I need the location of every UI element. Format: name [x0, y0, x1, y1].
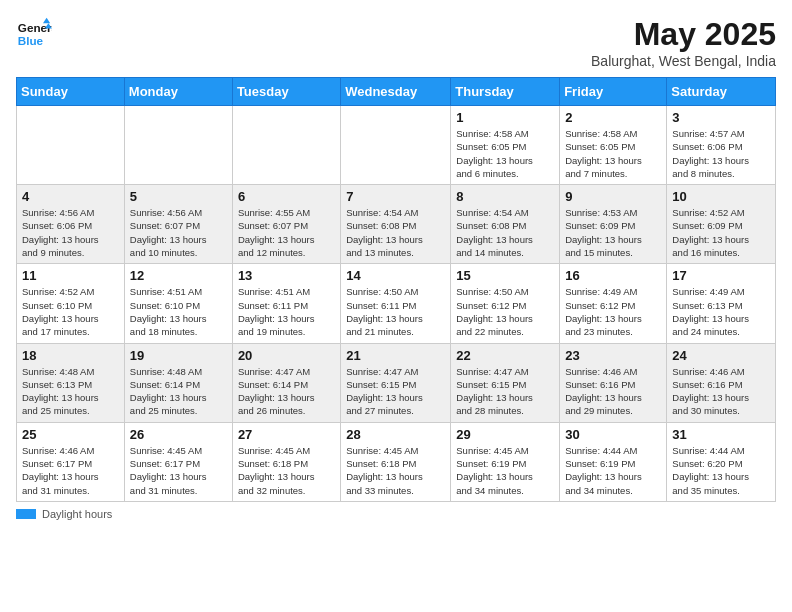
- month-title: May 2025: [591, 16, 776, 53]
- day-number: 26: [130, 427, 227, 442]
- calendar-header-saturday: Saturday: [667, 78, 776, 106]
- day-number: 4: [22, 189, 119, 204]
- day-number: 18: [22, 348, 119, 363]
- calendar-cell: 4Sunrise: 4:56 AM Sunset: 6:06 PM Daylig…: [17, 185, 125, 264]
- day-number: 8: [456, 189, 554, 204]
- calendar-cell: 23Sunrise: 4:46 AM Sunset: 6:16 PM Dayli…: [560, 343, 667, 422]
- calendar-table: SundayMondayTuesdayWednesdayThursdayFrid…: [16, 77, 776, 502]
- day-info: Sunrise: 4:53 AM Sunset: 6:09 PM Dayligh…: [565, 206, 661, 259]
- calendar-cell: 8Sunrise: 4:54 AM Sunset: 6:08 PM Daylig…: [451, 185, 560, 264]
- day-number: 16: [565, 268, 661, 283]
- calendar-cell: 17Sunrise: 4:49 AM Sunset: 6:13 PM Dayli…: [667, 264, 776, 343]
- day-number: 5: [130, 189, 227, 204]
- day-number: 25: [22, 427, 119, 442]
- calendar-cell: 30Sunrise: 4:44 AM Sunset: 6:19 PM Dayli…: [560, 422, 667, 501]
- calendar-cell: 28Sunrise: 4:45 AM Sunset: 6:18 PM Dayli…: [341, 422, 451, 501]
- day-number: 27: [238, 427, 335, 442]
- day-number: 7: [346, 189, 445, 204]
- calendar-cell: [341, 106, 451, 185]
- day-info: Sunrise: 4:48 AM Sunset: 6:14 PM Dayligh…: [130, 365, 227, 418]
- day-number: 14: [346, 268, 445, 283]
- day-number: 1: [456, 110, 554, 125]
- calendar-cell: 19Sunrise: 4:48 AM Sunset: 6:14 PM Dayli…: [124, 343, 232, 422]
- calendar-cell: 2Sunrise: 4:58 AM Sunset: 6:05 PM Daylig…: [560, 106, 667, 185]
- calendar-header-friday: Friday: [560, 78, 667, 106]
- calendar-week-3: 11Sunrise: 4:52 AM Sunset: 6:10 PM Dayli…: [17, 264, 776, 343]
- day-info: Sunrise: 4:58 AM Sunset: 6:05 PM Dayligh…: [456, 127, 554, 180]
- calendar-cell: 9Sunrise: 4:53 AM Sunset: 6:09 PM Daylig…: [560, 185, 667, 264]
- calendar-cell: 3Sunrise: 4:57 AM Sunset: 6:06 PM Daylig…: [667, 106, 776, 185]
- day-info: Sunrise: 4:46 AM Sunset: 6:16 PM Dayligh…: [672, 365, 770, 418]
- title-block: May 2025 Balurghat, West Bengal, India: [591, 16, 776, 69]
- location: Balurghat, West Bengal, India: [591, 53, 776, 69]
- calendar-cell: 15Sunrise: 4:50 AM Sunset: 6:12 PM Dayli…: [451, 264, 560, 343]
- day-info: Sunrise: 4:44 AM Sunset: 6:20 PM Dayligh…: [672, 444, 770, 497]
- day-info: Sunrise: 4:57 AM Sunset: 6:06 PM Dayligh…: [672, 127, 770, 180]
- calendar-header-sunday: Sunday: [17, 78, 125, 106]
- logo-icon: General Blue: [16, 16, 52, 52]
- day-info: Sunrise: 4:46 AM Sunset: 6:16 PM Dayligh…: [565, 365, 661, 418]
- calendar-cell: 31Sunrise: 4:44 AM Sunset: 6:20 PM Dayli…: [667, 422, 776, 501]
- calendar-header-row: SundayMondayTuesdayWednesdayThursdayFrid…: [17, 78, 776, 106]
- day-info: Sunrise: 4:44 AM Sunset: 6:19 PM Dayligh…: [565, 444, 661, 497]
- day-number: 21: [346, 348, 445, 363]
- calendar-cell: 5Sunrise: 4:56 AM Sunset: 6:07 PM Daylig…: [124, 185, 232, 264]
- day-info: Sunrise: 4:55 AM Sunset: 6:07 PM Dayligh…: [238, 206, 335, 259]
- calendar-cell: [17, 106, 125, 185]
- day-info: Sunrise: 4:45 AM Sunset: 6:18 PM Dayligh…: [238, 444, 335, 497]
- day-info: Sunrise: 4:51 AM Sunset: 6:11 PM Dayligh…: [238, 285, 335, 338]
- day-number: 13: [238, 268, 335, 283]
- calendar-cell: 26Sunrise: 4:45 AM Sunset: 6:17 PM Dayli…: [124, 422, 232, 501]
- day-info: Sunrise: 4:54 AM Sunset: 6:08 PM Dayligh…: [456, 206, 554, 259]
- day-info: Sunrise: 4:56 AM Sunset: 6:07 PM Dayligh…: [130, 206, 227, 259]
- day-number: 22: [456, 348, 554, 363]
- calendar-cell: 7Sunrise: 4:54 AM Sunset: 6:08 PM Daylig…: [341, 185, 451, 264]
- day-number: 29: [456, 427, 554, 442]
- calendar-cell: 22Sunrise: 4:47 AM Sunset: 6:15 PM Dayli…: [451, 343, 560, 422]
- calendar-cell: 25Sunrise: 4:46 AM Sunset: 6:17 PM Dayli…: [17, 422, 125, 501]
- day-info: Sunrise: 4:45 AM Sunset: 6:17 PM Dayligh…: [130, 444, 227, 497]
- calendar-cell: 21Sunrise: 4:47 AM Sunset: 6:15 PM Dayli…: [341, 343, 451, 422]
- daylight-bar-icon: [16, 509, 36, 519]
- day-number: 20: [238, 348, 335, 363]
- day-info: Sunrise: 4:45 AM Sunset: 6:18 PM Dayligh…: [346, 444, 445, 497]
- day-number: 12: [130, 268, 227, 283]
- page-header: General Blue May 2025 Balurghat, West Be…: [16, 16, 776, 69]
- day-info: Sunrise: 4:47 AM Sunset: 6:14 PM Dayligh…: [238, 365, 335, 418]
- day-number: 3: [672, 110, 770, 125]
- day-number: 28: [346, 427, 445, 442]
- day-info: Sunrise: 4:48 AM Sunset: 6:13 PM Dayligh…: [22, 365, 119, 418]
- calendar-header-monday: Monday: [124, 78, 232, 106]
- day-number: 6: [238, 189, 335, 204]
- day-info: Sunrise: 4:50 AM Sunset: 6:12 PM Dayligh…: [456, 285, 554, 338]
- calendar-cell: 10Sunrise: 4:52 AM Sunset: 6:09 PM Dayli…: [667, 185, 776, 264]
- calendar-header-wednesday: Wednesday: [341, 78, 451, 106]
- day-info: Sunrise: 4:51 AM Sunset: 6:10 PM Dayligh…: [130, 285, 227, 338]
- day-number: 17: [672, 268, 770, 283]
- day-info: Sunrise: 4:56 AM Sunset: 6:06 PM Dayligh…: [22, 206, 119, 259]
- day-number: 23: [565, 348, 661, 363]
- calendar-cell: [232, 106, 340, 185]
- day-number: 10: [672, 189, 770, 204]
- day-info: Sunrise: 4:58 AM Sunset: 6:05 PM Dayligh…: [565, 127, 661, 180]
- calendar-cell: 14Sunrise: 4:50 AM Sunset: 6:11 PM Dayli…: [341, 264, 451, 343]
- day-number: 19: [130, 348, 227, 363]
- day-number: 9: [565, 189, 661, 204]
- day-info: Sunrise: 4:49 AM Sunset: 6:12 PM Dayligh…: [565, 285, 661, 338]
- calendar-cell: 16Sunrise: 4:49 AM Sunset: 6:12 PM Dayli…: [560, 264, 667, 343]
- calendar-cell: 29Sunrise: 4:45 AM Sunset: 6:19 PM Dayli…: [451, 422, 560, 501]
- calendar-cell: 13Sunrise: 4:51 AM Sunset: 6:11 PM Dayli…: [232, 264, 340, 343]
- calendar-cell: 27Sunrise: 4:45 AM Sunset: 6:18 PM Dayli…: [232, 422, 340, 501]
- calendar-cell: 18Sunrise: 4:48 AM Sunset: 6:13 PM Dayli…: [17, 343, 125, 422]
- day-number: 2: [565, 110, 661, 125]
- day-info: Sunrise: 4:52 AM Sunset: 6:10 PM Dayligh…: [22, 285, 119, 338]
- calendar-header-thursday: Thursday: [451, 78, 560, 106]
- calendar-cell: 1Sunrise: 4:58 AM Sunset: 6:05 PM Daylig…: [451, 106, 560, 185]
- calendar-week-5: 25Sunrise: 4:46 AM Sunset: 6:17 PM Dayli…: [17, 422, 776, 501]
- day-number: 15: [456, 268, 554, 283]
- calendar-cell: 20Sunrise: 4:47 AM Sunset: 6:14 PM Dayli…: [232, 343, 340, 422]
- calendar-cell: 6Sunrise: 4:55 AM Sunset: 6:07 PM Daylig…: [232, 185, 340, 264]
- calendar-cell: 11Sunrise: 4:52 AM Sunset: 6:10 PM Dayli…: [17, 264, 125, 343]
- svg-text:Blue: Blue: [18, 34, 44, 47]
- day-info: Sunrise: 4:45 AM Sunset: 6:19 PM Dayligh…: [456, 444, 554, 497]
